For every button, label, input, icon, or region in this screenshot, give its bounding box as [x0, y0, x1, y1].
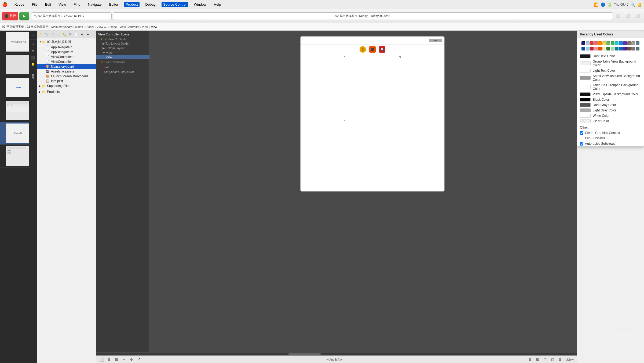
- run-button[interactable]: ▶: [19, 12, 29, 20]
- nav-viewcontroller-m[interactable]: 📄 ViewController.m: [37, 59, 96, 64]
- slide-item-6[interactable]: 7 • item 1• item 2• item 3: [0, 145, 29, 168]
- nav-appdelegate-h[interactable]: 📄 AppDelegate.h: [37, 45, 96, 50]
- swatch-5[interactable]: [602, 41, 606, 45]
- swatch-4[interactable]: [598, 41, 602, 45]
- menu-editor[interactable]: Editor: [108, 2, 120, 7]
- scene-top-layout[interactable]: ▶ Top Layout Guide: [96, 41, 149, 46]
- nav-supporting-files[interactable]: ▶ 📁 Supporting Files: [37, 84, 96, 88]
- scene-view-selected[interactable]: View: [96, 55, 149, 59]
- apple-menu-icon[interactable]: 🍎: [2, 2, 8, 7]
- menu-navigate[interactable]: Navigate: [86, 2, 103, 7]
- color-white[interactable]: White Color: [577, 113, 644, 118]
- nav-breakpoint-btn[interactable]: ⊡: [68, 32, 73, 37]
- swatch-17[interactable]: [594, 47, 598, 50]
- outline-btn[interactable]: ⊟: [113, 357, 120, 362]
- nav-test-btn[interactable]: ⬜: [56, 32, 61, 37]
- clip-subviews-checkbox[interactable]: [580, 137, 583, 140]
- slide-item-3[interactable]: 4 Ultre: [0, 76, 29, 99]
- scheme-selector[interactable]: 🔨 02-单点触摸案例 ▸ iPhone 6s Plus: [31, 12, 112, 20]
- canvas-scrollbar[interactable]: [96, 352, 577, 355]
- color-light-gray[interactable]: Light Gray Color: [577, 108, 644, 113]
- swatch-18[interactable]: [598, 47, 602, 50]
- swatch-0[interactable]: [581, 41, 585, 45]
- nav-search-btn[interactable]: 🔍: [44, 32, 49, 37]
- nav-folder-btn[interactable]: 📁: [38, 32, 43, 37]
- nav-viewcontroller-h[interactable]: 📄 ViewController.h: [37, 55, 96, 59]
- nav-assets[interactable]: 🖼 Assets.xcassets: [37, 69, 96, 74]
- slide-item-5[interactable]: 6 UIView触...: [0, 122, 29, 145]
- swatch-26[interactable]: [631, 47, 635, 50]
- home-btn[interactable]: ⌂: [30, 32, 36, 38]
- breadcrumb-item-0[interactable]: 02-单点触摸案例: [2, 25, 24, 29]
- autoresize-checkbox[interactable]: [580, 142, 583, 146]
- add-view-btn[interactable]: ⬜: [98, 357, 105, 362]
- phone-frame[interactable]: ■■■ ⊙ ⬛ 🔲: [300, 36, 445, 192]
- swatch-14[interactable]: [581, 47, 585, 50]
- layout-btn-3[interactable]: ◫: [542, 357, 548, 362]
- color-clear[interactable]: Clear Color: [577, 118, 644, 124]
- layout-btn-5[interactable]: ⊟: [557, 357, 563, 362]
- nav-btn-3[interactable]: ⬛: [30, 55, 36, 61]
- resize-handle-tl[interactable]: [344, 56, 345, 58]
- nav-appdelegate-m[interactable]: 📄 AppDelegate.m: [37, 50, 96, 55]
- swatch-7[interactable]: [611, 41, 614, 45]
- menu-debug[interactable]: Debug: [144, 2, 157, 7]
- nav-warning-btn[interactable]: ⚠: [50, 32, 55, 37]
- scene-view-parent[interactable]: ▼ View: [96, 50, 149, 55]
- swatch-8[interactable]: [615, 41, 619, 45]
- nav-launchscreen[interactable]: 🎨 LaunchScreen.storyboard: [37, 74, 96, 79]
- color-table-cell[interactable]: Table Cell Grouped Background Color: [577, 82, 644, 92]
- menu-edit[interactable]: Edit: [43, 2, 53, 7]
- navigator-toggle[interactable]: ⬜: [614, 12, 623, 20]
- swatch-15[interactable]: [586, 47, 590, 50]
- color-group-table[interactable]: Group Table View Background Color: [577, 59, 644, 68]
- menu-xcode[interactable]: Xcode: [13, 2, 26, 7]
- nav-products[interactable]: ▶ 📁 Products: [37, 89, 96, 94]
- swatch-27[interactable]: [636, 47, 639, 50]
- color-flipside[interactable]: View Flipside Background Color: [577, 92, 644, 97]
- swatch-19[interactable]: [602, 47, 606, 50]
- refresh-btn[interactable]: ↺: [136, 357, 142, 362]
- menu-view[interactable]: View: [57, 2, 68, 7]
- breadcrumb-item-6[interactable]: View: [142, 25, 148, 28]
- breadcrumb-item-1[interactable]: 02-单点触摸案例: [27, 25, 49, 29]
- slide-item-4[interactable]: 5 ？？？？: [0, 99, 29, 122]
- inspector-toggle[interactable]: ⬜: [633, 12, 642, 20]
- slide-item-2[interactable]: 3: [0, 53, 29, 76]
- color-scroll-textured[interactable]: Scroll View Textured Background Color: [577, 73, 644, 82]
- nav-btn-2[interactable]: 🗃: [30, 48, 36, 54]
- breadcrumb-item-5[interactable]: View Controller: [119, 25, 139, 28]
- clears-graphics-checkbox[interactable]: [580, 131, 583, 135]
- breadcrumb-item-7[interactable]: View: [151, 25, 157, 28]
- swatch-11[interactable]: [627, 41, 631, 45]
- color-black[interactable]: Black Color: [577, 97, 644, 102]
- swatch-20[interactable]: [606, 47, 610, 50]
- swatch-13[interactable]: [636, 41, 639, 45]
- breadcrumb-item-2[interactable]: Main.storyboard: [51, 25, 72, 28]
- layout-btn-4[interactable]: ◻: [549, 357, 556, 362]
- scene-exit[interactable]: ⊡ Exit: [96, 65, 149, 69]
- color-dark-gray[interactable]: Dark Gray Color: [577, 102, 644, 108]
- menu-window[interactable]: Window: [192, 2, 208, 7]
- nav-project-root[interactable]: ▼ 📁 02-单点触摸案例: [37, 39, 96, 45]
- swatch-1[interactable]: [586, 41, 590, 45]
- color-dark-text[interactable]: Dark Text Color: [577, 53, 644, 59]
- spotlight-icon[interactable]: 🔍: [631, 2, 635, 7]
- swatch-24[interactable]: [623, 47, 627, 50]
- breadcrumb-item-4[interactable]: View C...Scene: [97, 25, 117, 28]
- menu-find[interactable]: Find: [72, 2, 82, 7]
- debug-area-toggle[interactable]: ⬜: [624, 12, 632, 20]
- menu-help[interactable]: Help: [212, 2, 223, 7]
- swatch-10[interactable]: [623, 41, 627, 45]
- swatch-21[interactable]: [611, 47, 614, 50]
- swatch-12[interactable]: [631, 41, 635, 45]
- other-colors-link[interactable]: Other...: [577, 125, 644, 130]
- slide-item-1[interactable]: 2 view的触摸事件处: [0, 31, 29, 53]
- swatch-16[interactable]: [590, 47, 594, 50]
- add-btn[interactable]: +: [121, 357, 127, 362]
- nav-infoplist[interactable]: 📋 Info.plist: [37, 79, 96, 84]
- nav-btn-1[interactable]: ⊞: [30, 41, 36, 47]
- swatch-9[interactable]: [619, 41, 623, 45]
- nav-btn-4[interactable]: 💡: [30, 61, 36, 68]
- color-light-text[interactable]: Light Text Color: [577, 68, 644, 73]
